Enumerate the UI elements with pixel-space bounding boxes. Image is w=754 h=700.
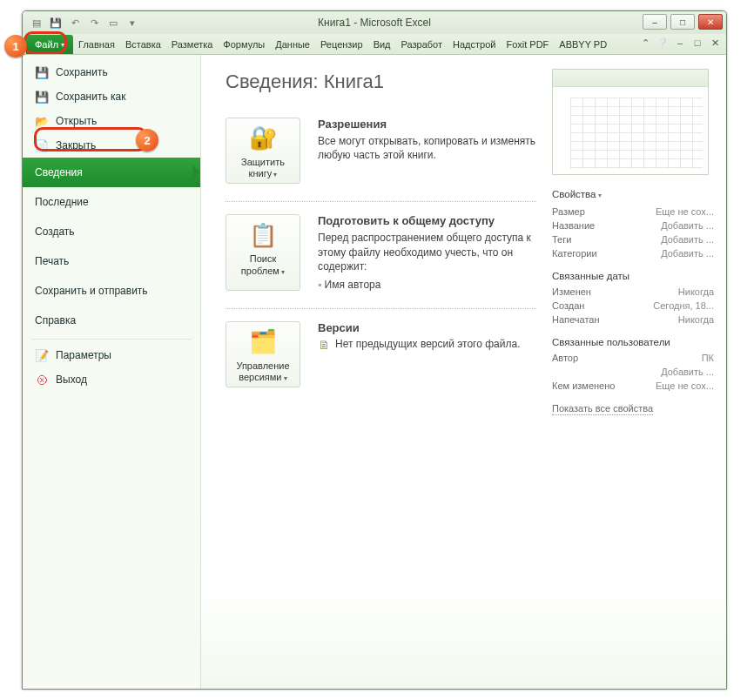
ribbon-tabs: Файл Главная Вставка Разметка Формулы Да… <box>23 34 726 55</box>
nav-save-send[interactable]: Сохранить и отправить <box>23 276 200 306</box>
nav-save-as[interactable]: 💾Сохранить как <box>23 84 200 109</box>
prop-row-tags[interactable]: ТегиДобавить ... <box>552 232 714 246</box>
thumbnail-ribbon <box>553 70 708 87</box>
prop-key: Напечатан <box>552 314 599 325</box>
show-all-properties-link[interactable]: Показать все свойства <box>552 403 653 415</box>
annotation-marker-2: 2 <box>136 129 158 151</box>
app-window: ▤ 💾 ↶ ↷ ▭ ▾ Книга1 - Microsoft Excel – □… <box>22 10 727 690</box>
nav-recent[interactable]: Последние <box>23 187 200 217</box>
tab-layout[interactable]: Разметка <box>166 35 219 54</box>
prop-value: Добавить ... <box>661 234 714 245</box>
mdi-restore-icon[interactable]: □ <box>691 37 704 49</box>
check-issues-button[interactable]: 📋 Поиск проблем <box>226 214 300 291</box>
document-icon: 🗎 <box>318 338 330 352</box>
nav-save-send-label: Сохранить и отправить <box>35 285 188 297</box>
nav-print-label: Печать <box>35 255 188 267</box>
qat-customize-icon[interactable]: ▾ <box>124 14 141 31</box>
ribbon-minimize-icon[interactable]: ⌃ <box>639 37 651 49</box>
prepare-text: Перед распространением общего доступа к … <box>318 231 536 273</box>
nav-exit[interactable]: ⮾Выход <box>23 367 200 392</box>
tab-review[interactable]: Рецензир <box>315 35 368 54</box>
nav-separator <box>31 339 192 340</box>
nav-help[interactable]: Справка <box>23 306 200 335</box>
manage-versions-label: Управление версиями <box>230 360 296 383</box>
prop-value: Сегодня, 18... <box>653 300 714 311</box>
nav-save[interactable]: 💾Сохранить <box>23 60 200 84</box>
prepare-heading: Подготовить к общему доступу <box>318 214 536 227</box>
window-close-button[interactable]: ✕ <box>698 14 723 30</box>
annotation-ring-file <box>24 31 67 54</box>
tab-formulas[interactable]: Формулы <box>218 35 270 54</box>
prop-value: Никогда <box>678 314 714 325</box>
people-row-author: АвторПК <box>552 351 714 365</box>
help-icon[interactable]: ❔ <box>656 37 669 49</box>
window-maximize-button[interactable]: □ <box>670 14 695 30</box>
save-icon: 💾 <box>35 65 49 79</box>
annotation-marker-1: 1 <box>4 35 27 57</box>
manage-versions-button[interactable]: 🗂️ Управление версиями <box>226 321 300 387</box>
nav-new[interactable]: Создать <box>23 217 200 246</box>
nav-info[interactable]: Сведения <box>23 158 200 187</box>
protect-workbook-button[interactable]: 🔐 Защитить книгу <box>226 118 300 184</box>
document-thumbnail[interactable] <box>552 69 709 175</box>
prop-row-size: РазмерЕще не сох... <box>552 205 714 219</box>
tab-foxit[interactable]: Foxit PDF <box>501 35 554 54</box>
permissions-text: Все могут открывать, копировать и изменя… <box>318 134 536 162</box>
prop-row-categories[interactable]: КатегорииДобавить ... <box>552 246 714 260</box>
prop-row-title[interactable]: НазваниеДобавить ... <box>552 219 714 232</box>
people-row-add-author[interactable]: Добавить ... <box>552 365 714 379</box>
exit-icon: ⮾ <box>35 373 49 387</box>
nav-open-label: Открыть <box>56 115 188 127</box>
tab-view[interactable]: Вид <box>368 35 396 54</box>
nav-recent-label: Последние <box>35 196 188 208</box>
section-versions: 🗂️ Управление версиями Версии 🗎Нет преды… <box>226 309 536 405</box>
nav-info-label: Сведения <box>35 166 188 178</box>
nav-exit-label: Выход <box>56 374 188 386</box>
folder-open-icon: 📂 <box>35 114 49 128</box>
permissions-heading: Разрешения <box>318 118 536 131</box>
page-title: Сведения: Книга1 <box>226 71 536 93</box>
properties-pane: Свойства РазмерЕще не сох... НазваниеДоб… <box>552 55 726 689</box>
mdi-close-icon[interactable]: ✕ <box>709 37 721 49</box>
nav-help-label: Справка <box>35 314 188 326</box>
date-row-modified: ИзмененНикогда <box>552 285 714 299</box>
save-as-icon: 💾 <box>35 90 49 104</box>
prop-value: ПК <box>702 353 714 363</box>
window-minimize-button[interactable]: – <box>643 14 667 30</box>
qat-print-icon[interactable]: ▭ <box>104 14 122 31</box>
nav-options[interactable]: 📝Параметры <box>23 343 200 367</box>
prepare-bullet-author: Имя автора <box>318 279 536 291</box>
people-row-last-modified-by: Кем измененоЕще не сох... <box>552 379 714 393</box>
nav-save-as-label: Сохранить как <box>56 91 188 103</box>
versions-text: Нет предыдущих версий этого файла. <box>335 338 521 350</box>
lock-icon: 🔐 <box>248 124 278 153</box>
date-row-created: СозданСегодня, 18... <box>552 299 714 313</box>
prop-value: Еще не сох... <box>656 206 714 217</box>
tab-home[interactable]: Главная <box>73 35 120 54</box>
mdi-minimize-icon[interactable]: – <box>674 37 686 49</box>
section-permissions: 🔐 Защитить книгу Разрешения Все могут от… <box>226 105 536 202</box>
quick-access-toolbar: ▤ 💾 ↶ ↷ ▭ ▾ <box>23 14 141 31</box>
thumbnail-grid <box>570 98 703 169</box>
prop-key: Изменен <box>552 286 591 297</box>
tab-addins[interactable]: Надстрой <box>448 35 501 54</box>
section-prepare: 📋 Поиск проблем Подготовить к общему дос… <box>226 202 536 309</box>
tab-data[interactable]: Данные <box>270 35 315 54</box>
qat-save-icon[interactable]: 💾 <box>47 14 64 31</box>
prop-key: Название <box>552 220 595 231</box>
prop-value: Еще не сох... <box>656 380 714 391</box>
tab-developer[interactable]: Разработ <box>396 35 448 54</box>
properties-heading[interactable]: Свойства <box>552 189 714 199</box>
nav-new-label: Создать <box>35 225 188 238</box>
tab-insert[interactable]: Вставка <box>120 35 166 54</box>
prop-key: Создан <box>552 300 584 311</box>
qat-undo-icon[interactable]: ↶ <box>66 14 84 31</box>
annotation-ring-open <box>34 127 147 151</box>
protect-workbook-label: Защитить книгу <box>230 157 296 179</box>
prop-value: Добавить ... <box>661 367 714 377</box>
qat-redo-icon[interactable]: ↷ <box>85 14 103 31</box>
tab-abbyy[interactable]: ABBYY PD <box>554 35 612 54</box>
options-icon: 📝 <box>35 348 49 362</box>
nav-print[interactable]: Печать <box>23 246 200 276</box>
app-icon[interactable]: ▤ <box>28 14 45 31</box>
